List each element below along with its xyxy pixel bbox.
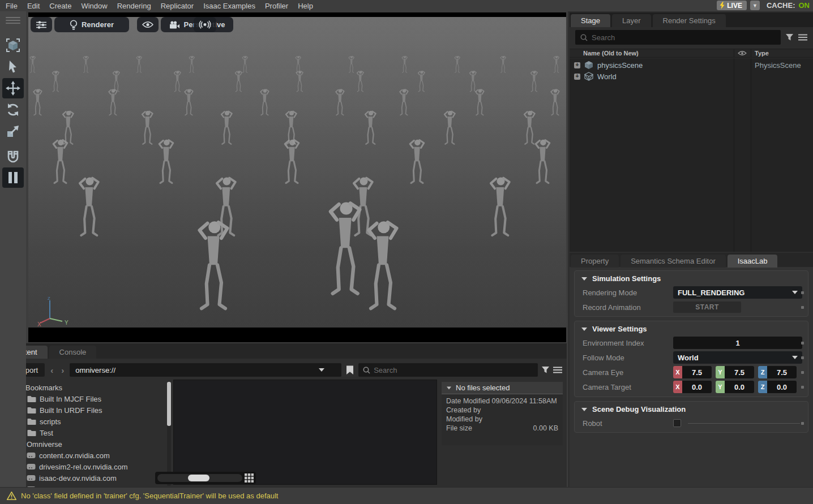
snap-tool-button[interactable] [2,146,24,166]
humanoid-robot[interactable] [549,88,561,117]
start-button[interactable]: START [673,301,741,313]
humanoid-robot[interactable] [188,55,195,74]
default-value-dot[interactable] [801,342,804,344]
toolbar-grip-icon[interactable] [0,11,26,29]
axis-y-chip[interactable]: Y [716,366,725,378]
humanoid-robot[interactable] [474,88,486,117]
options-menu-icon[interactable] [798,34,807,41]
viewport-settings-button[interactable] [31,17,52,32]
default-value-dot[interactable] [801,386,804,389]
humanoid-robot[interactable] [533,138,553,186]
humanoid-robot[interactable] [363,110,378,146]
tab-property[interactable]: Property [571,255,619,268]
tab-render-settings[interactable]: Render Settings [653,14,726,27]
tab-stage[interactable]: Stage [571,14,610,27]
humanoid-robot[interactable] [219,110,234,146]
humanoid-robot[interactable] [194,218,233,313]
content-search-input[interactable] [374,366,533,374]
humanoid-robot[interactable] [135,55,143,74]
stage-search-field[interactable] [575,30,781,45]
move-tool-button[interactable] [2,78,24,98]
tab-layer[interactable]: Layer [612,14,651,27]
tab-semantics-schema-editor[interactable]: Semantics Schema Editor [621,255,726,268]
filter-icon[interactable] [785,33,794,41]
axis-z-chip[interactable]: Z [758,366,767,378]
scale-tool-button[interactable] [2,121,24,141]
tree-item-urdf[interactable]: Built In URDF Files [27,404,102,416]
axis-z-chip[interactable]: Z [758,381,767,393]
humanoid-robot[interactable] [282,138,302,186]
camera-target-z-field[interactable]: 0.0 [767,381,797,393]
humanoid-robot[interactable] [295,70,305,93]
camera-eye-y-field[interactable]: 7.5 [725,366,754,378]
back-button[interactable]: ‹ [48,365,55,375]
select-mode-button[interactable] [2,35,24,55]
humanoid-robot[interactable] [499,55,507,74]
humanoid-robot[interactable] [363,218,403,313]
humanoid-robot[interactable] [259,88,271,117]
tree-item-mjcf[interactable]: Built In MJCF Files [27,393,101,404]
tree-item-scripts[interactable]: scripts [27,416,61,427]
menu-rendering[interactable]: Rendering [117,2,151,10]
expand-plus-icon[interactable]: + [574,74,580,80]
humanoid-robot[interactable] [401,55,408,74]
default-value-dot[interactable] [801,356,804,359]
tree-item-isaac-dev-server[interactable]: + isaac-dev.ov.nvidia.com [17,472,117,484]
follow-mode-dropdown[interactable]: World [673,351,802,364]
forward-button[interactable]: › [59,365,66,375]
menu-file[interactable]: File [6,2,18,10]
pause-button[interactable] [2,167,24,188]
bookmark-icon[interactable] [346,365,354,375]
axis-y-chip[interactable]: Y [716,381,725,393]
menu-help[interactable]: Help [298,2,313,10]
viewer-settings-header[interactable]: Viewer Settings [575,321,808,335]
humanoid-robot[interactable] [356,70,365,93]
tree-item-drivesim-server[interactable]: + drivesim2-rel.ov.nvidia.com [17,461,128,472]
humanoid-robot[interactable] [529,70,539,93]
tree-scrollbar[interactable] [167,381,171,486]
humanoid-robot[interactable] [324,199,366,299]
column-type[interactable]: Type [755,50,769,57]
menu-replicator[interactable]: Replicator [161,2,194,10]
humanoid-robot[interactable] [398,88,410,117]
tab-console[interactable]: Console [49,346,97,359]
humanoid-robot[interactable] [82,55,89,74]
stage-row-physicsscene[interactable]: + physicsScene PhysicsScene [570,59,813,71]
humanoid-robot[interactable] [553,55,560,74]
cursor-tool-button[interactable] [2,57,24,77]
menu-window[interactable]: Window [81,2,107,10]
tab-isaaclab[interactable]: IsaacLab [728,255,778,268]
scrollbar-thumb[interactable] [167,382,171,426]
thumbnail-zoom-slider[interactable] [155,472,256,484]
humanoid-robot[interactable] [453,55,461,74]
humanoid-robot[interactable] [156,138,176,186]
humanoid-robot[interactable] [173,70,182,93]
tree-item-test[interactable]: Test [27,427,53,438]
rotate-tool-button[interactable] [2,100,24,120]
menu-edit[interactable]: Edit [27,2,40,10]
axis-x-chip[interactable]: X [673,381,682,393]
axis-x-chip[interactable]: X [673,366,682,378]
file-info-header[interactable]: No files selected [442,382,563,394]
grid-view-icon[interactable] [245,473,254,483]
rendering-mode-dropdown[interactable]: FULL_RENDERING [673,286,802,299]
live-button[interactable]: LIVE [717,1,747,10]
humanoid-robot[interactable] [334,88,346,117]
simulation-settings-header[interactable]: Simulation Settings [575,271,808,285]
humanoid-robot[interactable] [76,175,102,239]
slider-track[interactable] [157,474,242,482]
stage-row-world[interactable]: + World [570,71,813,82]
column-name[interactable]: Name (Old to New) [570,50,639,57]
environment-index-field[interactable]: 1 [673,337,802,349]
camera-target-x-field[interactable]: 0.0 [682,381,712,393]
default-value-dot[interactable] [801,422,804,425]
camera-target-y-field[interactable]: 0.0 [725,381,754,393]
content-search-field[interactable] [358,363,538,377]
options-menu-icon[interactable] [553,367,562,373]
menu-profiler[interactable]: Profiler [265,2,288,10]
humanoid-robot[interactable] [487,175,514,239]
live-dropdown-chevron[interactable]: ▼ [750,1,760,10]
expand-plus-icon[interactable]: + [574,62,580,68]
filter-icon[interactable] [541,366,550,374]
visibility-column-icon[interactable] [738,50,747,56]
